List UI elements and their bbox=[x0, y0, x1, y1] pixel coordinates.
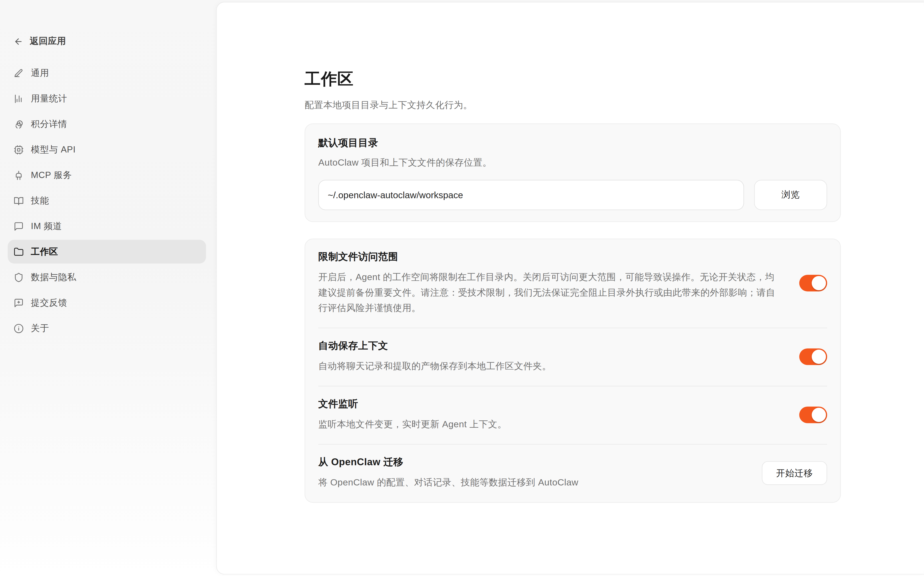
cpu-icon bbox=[14, 144, 24, 155]
default-directory-title: 默认项目目录 bbox=[318, 136, 827, 149]
message-square-icon bbox=[14, 221, 24, 231]
auto-save-context-toggle[interactable] bbox=[799, 349, 827, 365]
main-panel: 工作区 配置本地项目目录与上下文持久化行为。 默认项目目录 AutoClaw 项… bbox=[216, 2, 924, 574]
setting-text: 文件监听 监听本地文件变更，实时更新 Agent 上下文。 bbox=[318, 398, 781, 432]
toggle-knob bbox=[812, 276, 826, 290]
pencil-icon bbox=[14, 68, 24, 78]
sidebar-item-label: 通用 bbox=[31, 67, 49, 78]
shield-icon bbox=[14, 272, 24, 282]
sidebar-item-skills[interactable]: 技能 bbox=[8, 189, 206, 213]
settings-window: 返回应用 通用 用量统计 积分详情 bbox=[0, 0, 924, 576]
sidebar-item-label: 数据与隐私 bbox=[31, 272, 76, 283]
directory-input-row: 浏览 bbox=[318, 180, 827, 210]
setting-title: 文件监听 bbox=[318, 398, 781, 410]
file-watch-toggle[interactable] bbox=[799, 406, 827, 423]
setting-title: 限制文件访问范围 bbox=[318, 250, 781, 262]
folder-icon bbox=[14, 246, 24, 257]
sidebar-item-usage-stats[interactable]: 用量统计 bbox=[8, 86, 206, 110]
sidebar-item-general[interactable]: 通用 bbox=[8, 61, 206, 85]
toggle-knob bbox=[812, 408, 826, 422]
sidebar-item-label: 积分详情 bbox=[31, 118, 67, 130]
back-to-app-button[interactable]: 返回应用 bbox=[14, 35, 66, 47]
page-title: 工作区 bbox=[305, 69, 841, 88]
setting-title: 自动保存上下文 bbox=[318, 339, 781, 351]
browse-button[interactable]: 浏览 bbox=[754, 180, 827, 210]
toggle-knob bbox=[812, 350, 826, 364]
setting-row-restrict-file-access: 限制文件访问范围 开启后，Agent 的工作空间将限制在工作目录内。关闭后可访问… bbox=[318, 239, 827, 328]
restrict-file-access-toggle[interactable] bbox=[799, 275, 827, 291]
sidebar-item-label: 提交反馈 bbox=[31, 297, 67, 308]
sidebar-item-label: MCP 服务 bbox=[31, 170, 72, 181]
sidebar-item-label: IM 频道 bbox=[31, 221, 62, 232]
arrow-left-icon bbox=[14, 37, 23, 46]
setting-row-auto-save-context: 自动保存上下文 自动将聊天记录和提取的产物保存到本地工作区文件夹。 bbox=[318, 328, 827, 386]
setting-description: 自动将聊天记录和提取的产物保存到本地工作区文件夹。 bbox=[318, 358, 781, 374]
setting-description: 开启后，Agent 的工作空间将限制在工作目录内。关闭后可访问更大范围，可能导致… bbox=[318, 269, 781, 316]
coins-icon bbox=[14, 119, 24, 129]
setting-text: 从 OpenClaw 迁移 将 OpenClaw 的配置、对话记录、技能等数据迁… bbox=[318, 456, 744, 490]
sidebar-item-feedback[interactable]: 提交反馈 bbox=[8, 291, 206, 315]
sidebar-item-label: 工作区 bbox=[31, 246, 58, 257]
setting-text: 自动保存上下文 自动将聊天记录和提取的产物保存到本地工作区文件夹。 bbox=[318, 339, 781, 374]
sidebar-menu: 通用 用量统计 积分详情 模型与 API bbox=[8, 61, 206, 340]
default-directory-card: 默认项目目录 AutoClaw 项目和上下文文件的保存位置。 浏览 bbox=[305, 123, 841, 222]
book-open-icon bbox=[14, 195, 24, 206]
setting-description: 将 OpenClaw 的配置、对话记录、技能等数据迁移到 AutoClaw bbox=[318, 475, 744, 490]
sidebar-item-models-api[interactable]: 模型与 API bbox=[8, 138, 206, 162]
sidebar-item-mcp-services[interactable]: MCP 服务 bbox=[8, 163, 206, 187]
setting-title: 从 OpenClaw 迁移 bbox=[318, 456, 744, 468]
setting-row-migrate-from-openclaw: 从 OpenClaw 迁移 将 OpenClaw 的配置、对话记录、技能等数据迁… bbox=[318, 444, 827, 502]
bar-chart-icon bbox=[14, 93, 24, 104]
workspace-settings-content: 工作区 配置本地项目目录与上下文持久化行为。 默认项目目录 AutoClaw 项… bbox=[305, 2, 841, 503]
setting-text: 限制文件访问范围 开启后，Agent 的工作空间将限制在工作目录内。关闭后可访问… bbox=[318, 250, 781, 316]
setting-row-file-watch: 文件监听 监听本地文件变更，实时更新 Agent 上下文。 bbox=[318, 386, 827, 444]
message-square-plus-icon bbox=[14, 298, 24, 308]
sidebar: 返回应用 通用 用量统计 积分详情 bbox=[0, 0, 216, 576]
plug-icon bbox=[14, 170, 24, 180]
sidebar-item-label: 模型与 API bbox=[31, 144, 76, 155]
sidebar-item-data-privacy[interactable]: 数据与隐私 bbox=[8, 265, 206, 289]
sidebar-item-about[interactable]: 关于 bbox=[8, 316, 206, 340]
setting-description: 监听本地文件变更，实时更新 Agent 上下文。 bbox=[318, 417, 781, 432]
sidebar-item-workspace[interactable]: 工作区 bbox=[8, 240, 206, 264]
sidebar-item-label: 关于 bbox=[31, 323, 49, 334]
directory-path-input[interactable] bbox=[318, 180, 744, 210]
page-subtitle: 配置本地项目目录与上下文持久化行为。 bbox=[305, 99, 841, 112]
sidebar-item-im-channels[interactable]: IM 频道 bbox=[8, 214, 206, 238]
sidebar-item-label: 技能 bbox=[31, 195, 49, 206]
sidebar-item-label: 用量统计 bbox=[31, 93, 67, 104]
back-to-app-label: 返回应用 bbox=[30, 35, 66, 47]
default-directory-description: AutoClaw 项目和上下文文件的保存位置。 bbox=[318, 156, 827, 168]
start-migration-button[interactable]: 开始迁移 bbox=[762, 461, 827, 485]
sidebar-item-credits[interactable]: 积分详情 bbox=[8, 112, 206, 136]
workspace-options-card: 限制文件访问范围 开启后，Agent 的工作空间将限制在工作目录内。关闭后可访问… bbox=[305, 238, 841, 503]
info-icon bbox=[14, 323, 24, 333]
